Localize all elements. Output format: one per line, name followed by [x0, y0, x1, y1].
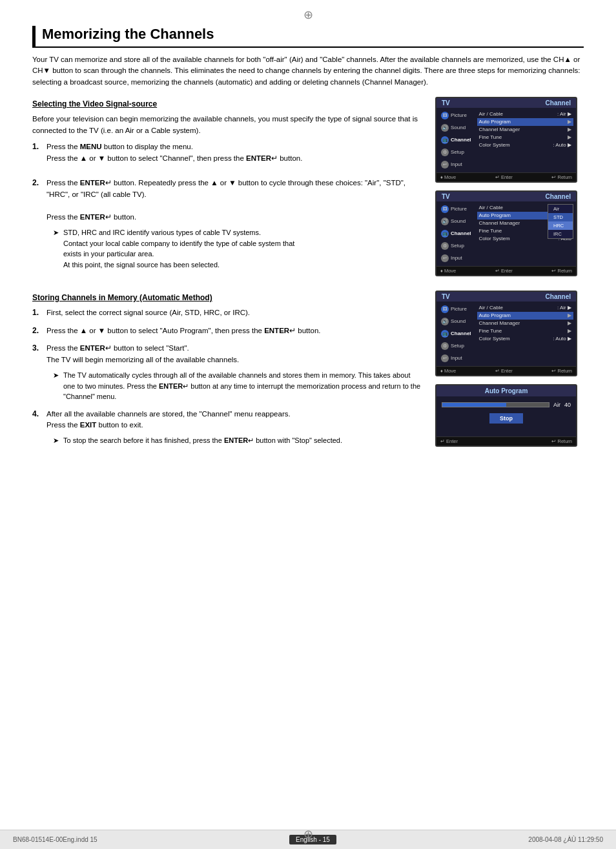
- section1-intro: Before your television can begin memoriz…: [32, 114, 422, 137]
- tv-sidebar-3: 🖼 Picture 🔊 Sound 📺 Channel ⚙: [439, 304, 473, 363]
- tv-menu-label: Fine Tune: [479, 328, 502, 334]
- footer-left: BN68-01514E-00Eng.indd 15: [13, 836, 98, 843]
- tv-channel-label-1: Channel: [546, 99, 571, 107]
- sidebar-label-channel-2: Channel: [451, 230, 471, 236]
- step-1-1: 1. Press the MENU button to display the …: [32, 141, 422, 165]
- note-text: STD, HRC and IRC identify various types …: [63, 227, 294, 270]
- tv-footer-return-2: ↩ Return: [551, 268, 572, 274]
- tv-menu-arrow: ▶: [568, 328, 571, 334]
- tv-sidebar-setup: ⚙ Setup: [439, 147, 473, 158]
- channel-icon-2: 📺: [441, 230, 449, 238]
- section1-layout: Selecting the Video Signal-source Before…: [32, 97, 584, 284]
- picture-icon: 🖼: [441, 112, 449, 119]
- note-arrow-icon-2: ➤: [53, 370, 63, 402]
- tv-sidebar-channel: 📺 Channel: [439, 135, 473, 145]
- step-2-4: 4. After all the available channels are …: [32, 409, 422, 447]
- sidebar-label-input: Input: [451, 161, 462, 167]
- tv-footer-move-2: ♦ Move: [440, 268, 456, 274]
- sidebar-label-channel-3: Channel: [451, 331, 471, 336]
- step-number-2-2: 2.: [32, 325, 46, 335]
- step-2-2: 2. Press the ▲ or ▼ button to select "Au…: [32, 325, 422, 337]
- tv-menu-label: Color System: [479, 336, 510, 342]
- tv-sidebar-2: 🖼 Picture 🔊 Sound 📺 Channel ⚙: [439, 204, 473, 263]
- step-1-2: 2. Press the ENTER↵ button. Repeatedly p…: [32, 178, 422, 270]
- ap-stop-row: Stop: [442, 413, 571, 427]
- page-container: ⊕ Memorizing the Channels Your TV can me…: [0, 0, 616, 849]
- ap-stop-button[interactable]: Stop: [489, 413, 523, 424]
- sidebar-label-input-2: Input: [451, 255, 462, 261]
- tv-channel-label-2: Channel: [546, 193, 571, 200]
- tv-menu-color-system: Color System : Auto ▶: [477, 141, 573, 149]
- tv-screen-1-body: 🖼 Picture 🔊 Sound 📺 Channel ⚙: [436, 108, 576, 172]
- tv-channel-label-3: Channel: [546, 293, 571, 300]
- tv-sidebar-2-input: ↩ Input: [439, 253, 473, 263]
- tv-sidebar-3-channel: 📺 Channel: [439, 329, 473, 339]
- ap-footer-enter: ↵ Enter: [440, 438, 458, 444]
- tv-footer-1: ♦ Move ↵ Enter ↩ Return: [436, 172, 576, 181]
- tv-screen-2-header: TV Channel: [436, 192, 576, 201]
- section1-right: TV Channel 🖼 Picture 🔊 Sound: [435, 97, 584, 284]
- tv-menu-3-air-cable: Air / Cable : Air ▶: [477, 304, 573, 312]
- step-content-1-1: Press the MENU button to display the men…: [46, 141, 422, 165]
- tv-menu-auto-program: Auto Program ▶: [477, 118, 573, 126]
- sidebar-label-setup: Setup: [451, 149, 464, 155]
- ap-source-label: Air: [553, 402, 560, 408]
- tv-menu-label: Channel Manager: [479, 320, 520, 326]
- tv-screen-3: TV Channel 🖼 Picture 🔊 Sound: [435, 291, 577, 376]
- intro-paragraph: Your TV can memorize and store all of th…: [32, 54, 584, 88]
- crosshair-bottom-icon: ⊕: [303, 827, 313, 841]
- tv-footer-enter-3: ↵ Enter: [495, 368, 513, 374]
- ap-channel-number: 40: [564, 402, 571, 408]
- tv-sidebar-2-sound: 🔊 Sound: [439, 216, 473, 227]
- tv-menu-label: Air / Cable: [479, 205, 503, 210]
- section2-right: TV Channel 🖼 Picture 🔊 Sound: [435, 291, 584, 453]
- tv-content-3: Air / Cable : Air ▶ Auto Program ▶ Chann…: [477, 304, 573, 363]
- tv-footer-return-3: ↩ Return: [551, 368, 572, 374]
- tv-menu-air-cable: Air / Cable : Air ▶: [477, 110, 573, 118]
- input-icon-2: ↩: [441, 254, 449, 262]
- sidebar-label-input-3: Input: [451, 355, 462, 361]
- note-arrow-icon: ➤: [53, 227, 63, 270]
- tv-dropdown-item-air: Air: [548, 205, 573, 213]
- step-2-4-note: ➤ To stop the search before it has finis…: [46, 435, 422, 446]
- tv-menu-value: : Auto ▶: [553, 142, 571, 148]
- tv-screen-1: TV Channel 🖼 Picture 🔊 Sound: [435, 97, 577, 183]
- footer-right: 2008-04-08 ¿ÀÙ 11:29:50: [528, 836, 603, 843]
- tv-footer-enter: ↵ Enter: [495, 174, 513, 180]
- channel-icon-3: 📺: [441, 330, 449, 338]
- tv-content-1: Air / Cable : Air ▶ Auto Program ▶ Chann…: [477, 110, 573, 170]
- step-1-2-note: ➤ STD, HRC and IRC identify various type…: [46, 227, 422, 270]
- ap-header: Auto Program: [436, 385, 576, 396]
- tv-dropdown-item-irc: IRC: [548, 230, 573, 238]
- ap-progress-fill: [442, 403, 506, 407]
- step-number-1-2: 2.: [32, 178, 46, 187]
- sidebar-label-setup-2: Setup: [451, 243, 464, 249]
- tv-sidebar-picture: 🖼 Picture: [439, 110, 473, 121]
- tv-menu-arrow: ▶: [568, 312, 571, 318]
- step-number-2-3: 3.: [32, 343, 46, 353]
- ap-progress-bar: [442, 402, 549, 407]
- tv-sidebar-2-setup: ⚙ Setup: [439, 241, 473, 251]
- tv-menu-label: Auto Program: [479, 119, 511, 125]
- tv-screen-3-body: 🖼 Picture 🔊 Sound 📺 Channel ⚙: [436, 302, 576, 366]
- tv-screen-2: TV Channel 🖼 Picture 🔊 Sound: [435, 190, 577, 276]
- sidebar-label-picture: Picture: [451, 112, 467, 118]
- tv-menu-label: Auto Program: [479, 212, 511, 218]
- tv-footer-enter-2: ↵ Enter: [495, 268, 513, 274]
- tv-menu-fine-tune: Fine Tune ▶: [477, 134, 573, 141]
- step-number-1-1: 1.: [32, 141, 46, 151]
- crosshair-top-icon: ⊕: [303, 8, 313, 22]
- ap-progress-row: Air 40: [442, 402, 571, 408]
- ap-body: Air 40 Stop: [436, 396, 576, 436]
- tv-title-2: TV: [442, 193, 450, 200]
- tv-screen-3-header: TV Channel: [436, 292, 576, 302]
- tv-title-3: TV: [442, 293, 450, 300]
- ap-footer-return: ↩ Return: [551, 438, 572, 444]
- sidebar-label-picture-2: Picture: [451, 206, 467, 212]
- step-2-3-note: ➤ The TV automatically cycles through al…: [46, 370, 422, 402]
- tv-footer-move: ♦ Move: [440, 174, 456, 180]
- page-number-badge: English - 15: [289, 835, 336, 844]
- step-2-1: 1. First, select the correct signal sour…: [32, 307, 422, 319]
- tv-menu-label: Air / Cable: [479, 305, 503, 311]
- sidebar-label-picture-3: Picture: [451, 306, 467, 312]
